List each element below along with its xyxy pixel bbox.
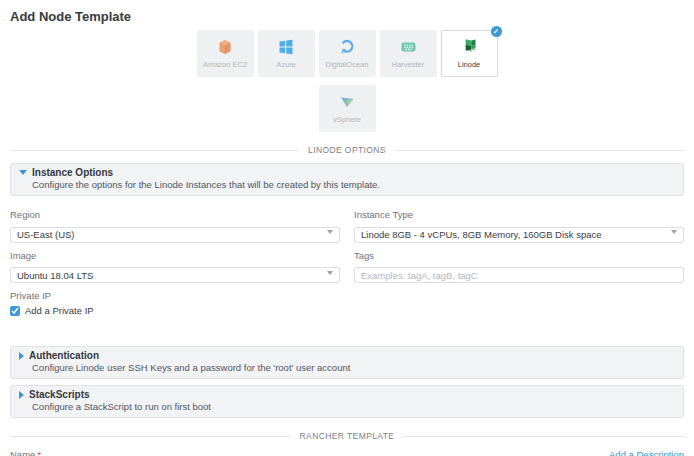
provider-tile-label: Harvester bbox=[392, 60, 425, 69]
caret-right-icon bbox=[19, 391, 24, 399]
private-ip-label: Private IP bbox=[10, 290, 340, 301]
instance-options-description: Configure the options for the Linode Ins… bbox=[32, 179, 675, 190]
instance-type-label: Instance Type bbox=[354, 209, 684, 220]
instance-options-section[interactable]: Instance Options Configure the options f… bbox=[10, 163, 684, 196]
authentication-description: Configure Linode user SSH Keys and a pas… bbox=[32, 362, 675, 373]
name-row: Name* Add a Description bbox=[10, 449, 684, 456]
add-node-template-page: Add Node Template Amazon EC2 bbox=[0, 0, 694, 456]
provider-tile-vsphere[interactable]: vSphere bbox=[319, 85, 376, 132]
rancher-template-divider: RANCHER TEMPLATE bbox=[10, 431, 684, 441]
name-label: Name* bbox=[10, 449, 41, 456]
azure-icon bbox=[278, 38, 294, 56]
name-label-text: Name bbox=[10, 449, 35, 456]
private-ip-checkbox-label: Add a Private IP bbox=[25, 305, 94, 316]
required-asterisk: * bbox=[37, 449, 41, 456]
rancher-template-heading: RANCHER TEMPLATE bbox=[300, 431, 395, 441]
page-title: Add Node Template bbox=[10, 0, 684, 26]
stackscripts-section[interactable]: StackScripts Configure a StackScript to … bbox=[10, 385, 684, 418]
divider-line bbox=[10, 150, 298, 151]
divider-line bbox=[396, 150, 684, 151]
provider-tile-label: Azure bbox=[276, 60, 296, 69]
caret-right-icon bbox=[19, 352, 24, 360]
divider-line bbox=[10, 436, 290, 437]
instance-options-title: Instance Options bbox=[32, 167, 113, 178]
add-description-link[interactable]: Add a Description bbox=[609, 449, 684, 456]
linode-options-divider: LINODE OPTIONS bbox=[10, 145, 684, 155]
provider-tile-digitalocean[interactable]: DigitalOcean bbox=[319, 30, 376, 77]
stackscripts-description: Configure a StackScript to run on first … bbox=[32, 401, 675, 412]
provider-tile-label: Linode bbox=[458, 60, 481, 69]
caret-down-icon bbox=[19, 170, 27, 175]
image-label: Image bbox=[10, 250, 340, 261]
digitalocean-icon bbox=[339, 38, 355, 56]
amazon-ec2-icon bbox=[217, 38, 233, 56]
provider-tile-amazon-ec2[interactable]: Amazon EC2 bbox=[197, 30, 254, 77]
provider-tiles-row-1: Amazon EC2 Azure DigitalOce bbox=[10, 30, 684, 77]
selected-check-icon: ✓ bbox=[491, 26, 502, 37]
authentication-title: Authentication bbox=[29, 350, 99, 361]
vsphere-icon bbox=[339, 93, 356, 111]
instance-type-select[interactable]: Linode 8GB - 4 vCPUs, 8GB Memory, 160GB … bbox=[354, 227, 684, 243]
provider-tile-linode[interactable]: ✓ Linode bbox=[441, 30, 498, 77]
image-select-wrap: Ubuntu 18.04 LTS bbox=[10, 265, 340, 284]
provider-tiles-row-2: vSphere bbox=[10, 85, 684, 132]
tags-label: Tags bbox=[354, 250, 684, 261]
provider-tile-label: DigitalOcean bbox=[326, 60, 369, 69]
private-ip-checkbox[interactable] bbox=[10, 306, 20, 316]
private-ip-checkbox-row: Add a Private IP bbox=[10, 305, 340, 316]
provider-tile-label: vSphere bbox=[333, 115, 361, 124]
authentication-section[interactable]: Authentication Configure Linode user SSH… bbox=[10, 346, 684, 379]
harvester-icon bbox=[400, 38, 417, 56]
instance-options-form: Region US-East (US) Instance Type Linode… bbox=[10, 202, 684, 330]
provider-tile-harvester[interactable]: Harvester bbox=[380, 30, 437, 77]
provider-tile-label: Amazon EC2 bbox=[203, 60, 247, 69]
region-label: Region bbox=[10, 209, 340, 220]
stackscripts-title: StackScripts bbox=[29, 389, 90, 400]
region-select-wrap: US-East (US) bbox=[10, 224, 340, 243]
tags-input[interactable] bbox=[354, 267, 684, 283]
linode-options-heading: LINODE OPTIONS bbox=[308, 145, 386, 155]
divider-line bbox=[404, 436, 684, 437]
linode-accordions: Authentication Configure Linode user SSH… bbox=[10, 346, 684, 418]
image-select[interactable]: Ubuntu 18.04 LTS bbox=[10, 267, 340, 283]
region-select[interactable]: US-East (US) bbox=[10, 227, 340, 243]
linode-icon bbox=[460, 38, 478, 56]
provider-tile-azure[interactable]: Azure bbox=[258, 30, 315, 77]
instance-type-select-wrap: Linode 8GB - 4 vCPUs, 8GB Memory, 160GB … bbox=[354, 224, 684, 243]
